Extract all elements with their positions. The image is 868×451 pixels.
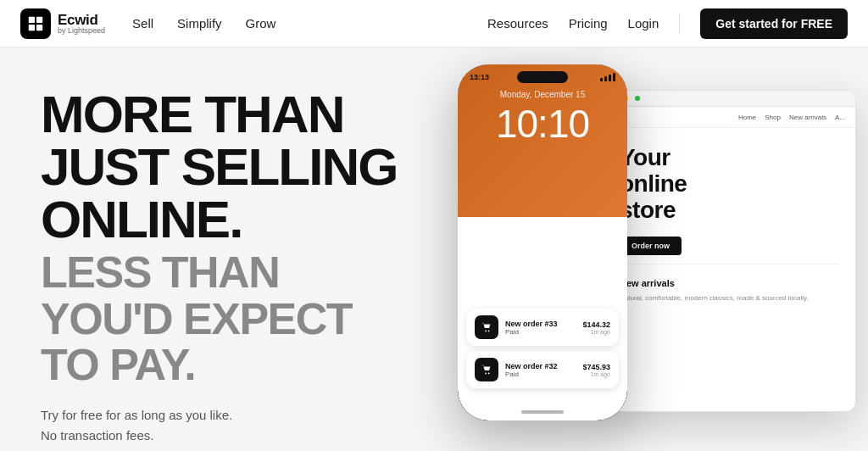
browser-dot-green: [635, 96, 640, 101]
ecwid-logo-svg: [26, 14, 45, 33]
nav-simplify[interactable]: Simplify: [177, 16, 222, 31]
notif-icon-2: [475, 358, 498, 381]
cart-icon-2: [481, 364, 492, 376]
notif-content-1: New order #33 Paid: [505, 320, 576, 336]
hero-sub-line2: YOU'D EXPECT: [41, 294, 352, 343]
hero-headline-black: MORE THAN JUST SELLING ONLINE.: [41, 88, 407, 246]
notif-status-1: Paid: [505, 328, 576, 336]
logo-icon: [20, 8, 51, 39]
brand-name: Ecwid: [58, 13, 105, 27]
browser-nav-links: Home Shop New arrivals A...: [738, 114, 845, 121]
browser-link-shop: Shop: [765, 114, 781, 121]
nav-right-links: Resources Pricing Login: [487, 16, 659, 31]
svg-point-4: [485, 331, 487, 332]
notification-1: New order #33 Paid $144.32 1m ago: [466, 309, 619, 346]
hero-subtext-line2: No transaction fees.: [41, 426, 407, 446]
nav-links: Sell Simplify Grow: [132, 16, 275, 31]
notif-amount-2: $745.93: [582, 363, 610, 371]
nav-divider: [679, 14, 680, 34]
notif-icon-1: [475, 315, 498, 339]
notif-content-2: New order #32 Paid: [505, 362, 576, 378]
svg-rect-1: [36, 16, 42, 22]
nav-login[interactable]: Login: [628, 16, 659, 31]
browser-headline-line2: online: [620, 170, 687, 197]
phone-date: Monday, December 15: [458, 90, 627, 99]
home-indicator: [521, 410, 564, 414]
svg-point-7: [488, 373, 490, 375]
nav-resources[interactable]: Resources: [487, 16, 548, 31]
logo-text: Ecwid by Lightspeed: [58, 13, 105, 35]
phone-inner: 13:13 Monday, December 15 10:10: [458, 64, 627, 420]
cart-icon: [481, 321, 492, 333]
browser-bar: [603, 91, 855, 107]
hero-sub-line3: TO PAY.: [41, 340, 195, 389]
nav-right: Resources Pricing Login Get started for …: [487, 8, 848, 39]
notif-amount-1: $144.32: [582, 320, 610, 329]
browser-section-title: New arrivals: [620, 278, 838, 288]
hero-section: MORE THAN JUST SELLING ONLINE. LESS THAN…: [0, 47, 868, 451]
hero-sub-line1: LESS THAN: [41, 248, 279, 297]
svg-point-5: [488, 331, 490, 332]
nav-grow[interactable]: Grow: [246, 16, 276, 31]
browser-section-sub: Natural, comfortable, modern classics, m…: [620, 293, 838, 303]
hero-left: MORE THAN JUST SELLING ONLINE. LESS THAN…: [0, 47, 441, 451]
hero-line3: ONLINE.: [41, 190, 242, 248]
svg-rect-0: [29, 16, 35, 22]
browser-divider: [620, 264, 838, 264]
hero-subtext: Try for free for as long as you like. No…: [41, 405, 407, 446]
browser-content: Your online store Order now New arrivals…: [603, 128, 855, 320]
logo[interactable]: Ecwid by Lightspeed: [20, 8, 105, 39]
browser-headline-line3: store: [620, 197, 676, 223]
hero-right: 13:13 Monday, December 15 10:10: [441, 47, 868, 451]
browser-link-home: Home: [738, 114, 756, 121]
browser-nav-bar: W Home Shop New arrivals A...: [603, 107, 855, 128]
phone-clock: 10:10: [458, 101, 627, 147]
svg-rect-2: [29, 24, 35, 30]
nav-pricing[interactable]: Pricing: [569, 16, 608, 31]
browser-mockup: W Home Shop New arrivals A... Your onlin…: [602, 90, 856, 412]
notif-status-2: Paid: [505, 370, 576, 378]
svg-point-6: [485, 373, 487, 375]
hero-subtext-line1: Try for free for as long as you like.: [41, 405, 407, 426]
hero-sub-headline: LESS THAN YOU'D EXPECT TO PAY.: [41, 249, 407, 388]
notif-right-2: $745.93 1m ago: [582, 363, 610, 377]
phone-date-area: Monday, December 15 10:10: [458, 90, 627, 147]
svg-rect-3: [36, 24, 42, 30]
notif-time-2: 1m ago: [582, 371, 610, 377]
browser-cta-button[interactable]: Order now: [620, 237, 682, 255]
browser-link-new: New arrivals: [789, 114, 826, 121]
browser-link-more: A...: [835, 114, 845, 121]
navbar: Ecwid by Lightspeed Sell Simplify Grow R…: [0, 0, 868, 47]
browser-big-text: Your online store: [620, 145, 838, 223]
notif-right-1: $144.32 1m ago: [582, 320, 610, 335]
phone-mockup: 13:13 Monday, December 15 10:10: [458, 64, 627, 420]
notif-order-1: New order #33: [505, 320, 576, 328]
phone-notifications: New order #33 Paid $144.32 1m ago: [466, 309, 619, 393]
hero-line1: MORE THAN: [41, 85, 343, 143]
phone-signal: [600, 73, 615, 81]
notif-time-1: 1m ago: [582, 329, 610, 335]
nav-sell[interactable]: Sell: [132, 16, 153, 31]
phone-notch: [517, 71, 568, 83]
notification-2: New order #32 Paid $745.93 1m ago: [466, 351, 619, 388]
get-started-button[interactable]: Get started for FREE: [700, 8, 848, 39]
hero-line2: JUST SELLING: [41, 137, 397, 196]
brand-tagline: by Lightspeed: [58, 27, 105, 35]
nav-left: Ecwid by Lightspeed Sell Simplify Grow: [20, 8, 275, 39]
notif-order-2: New order #32: [505, 362, 576, 370]
phone-status-time: 13:13: [470, 73, 489, 81]
